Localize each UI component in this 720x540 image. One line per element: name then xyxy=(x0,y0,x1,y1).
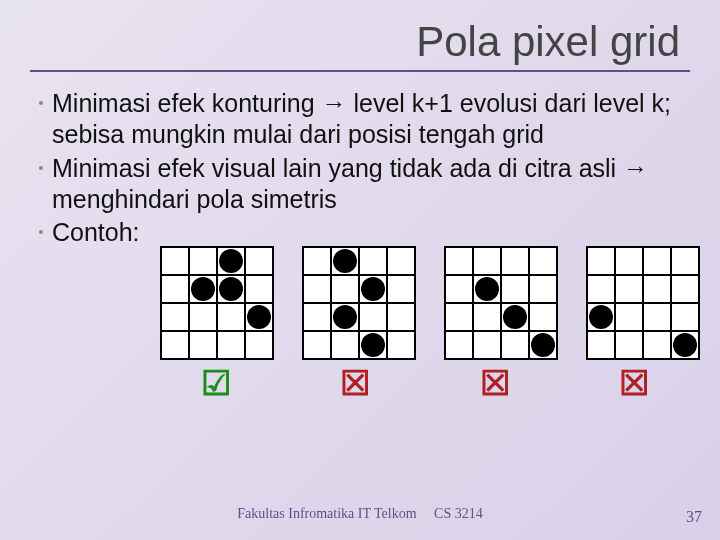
bullet-dot-icon: • xyxy=(30,88,52,151)
content-area: • Minimasi efek konturing → level k+1 ev… xyxy=(0,72,720,400)
grid-cell xyxy=(502,304,528,330)
grid-cell xyxy=(644,304,670,330)
grid-cell xyxy=(672,332,698,358)
grid-cell xyxy=(588,276,614,302)
bullet-item: • Minimasi efek konturing → level k+1 ev… xyxy=(30,88,690,151)
grid-cell xyxy=(218,276,244,302)
grid-cell xyxy=(474,276,500,302)
grid-cell xyxy=(446,248,472,274)
grid-cell xyxy=(616,304,642,330)
grid-cell xyxy=(304,248,330,274)
grid-cell xyxy=(304,332,330,358)
grid-cell xyxy=(332,276,358,302)
grid-cell xyxy=(218,304,244,330)
grid-cell xyxy=(332,304,358,330)
grid-cell xyxy=(616,332,642,358)
footer-faculty: Fakultas Infromatika IT Telkom xyxy=(237,506,416,521)
grid-cell xyxy=(672,304,698,330)
bullet-dot-icon: • xyxy=(30,217,52,248)
cross-icon: ☒ xyxy=(579,366,691,400)
grid-cell xyxy=(162,276,188,302)
bullet-dot-icon: • xyxy=(30,153,52,216)
grid-cell xyxy=(530,304,556,330)
footer: Fakultas Infromatika IT Telkom CS 3214 xyxy=(0,506,720,522)
slide-title: Pola pixel grid xyxy=(0,0,720,70)
grid-cell xyxy=(388,304,414,330)
page-number: 37 xyxy=(686,508,702,526)
grid-cell xyxy=(388,332,414,358)
grid-cell xyxy=(530,332,556,358)
grid-cell xyxy=(246,248,272,274)
grid-cell xyxy=(446,304,472,330)
grid-cell xyxy=(588,248,614,274)
grid-cell xyxy=(588,304,614,330)
grid-cell xyxy=(474,304,500,330)
grid-cell xyxy=(360,332,386,358)
grid-cell xyxy=(304,276,330,302)
grid-cell xyxy=(474,332,500,358)
pixel-grid xyxy=(160,246,274,360)
grid-cell xyxy=(190,332,216,358)
grid-cell xyxy=(360,248,386,274)
grid-cell xyxy=(388,248,414,274)
grid-cell xyxy=(190,304,216,330)
grid-cell xyxy=(246,332,272,358)
pixel-grid xyxy=(586,246,700,360)
grid-cell xyxy=(616,248,642,274)
cross-icon: ☒ xyxy=(300,366,412,400)
footer-course: CS 3214 xyxy=(434,506,483,521)
grid-cell xyxy=(502,248,528,274)
grid-cell xyxy=(644,332,670,358)
grid-cell xyxy=(218,332,244,358)
grid-cell xyxy=(304,304,330,330)
grid-cell xyxy=(616,276,642,302)
grid-cell xyxy=(446,332,472,358)
grid-cell xyxy=(190,248,216,274)
marks-row: ☑☒☒☒ xyxy=(160,366,690,400)
grid-cell xyxy=(502,332,528,358)
grid-cell xyxy=(530,248,556,274)
grid-cell xyxy=(530,276,556,302)
grid-cell xyxy=(644,248,670,274)
grid-cell xyxy=(446,276,472,302)
grid-cell xyxy=(360,276,386,302)
bullet-text: Contoh: xyxy=(52,217,140,248)
grid-cell xyxy=(644,276,670,302)
grid-cell xyxy=(588,332,614,358)
check-icon: ☑ xyxy=(160,366,272,400)
grid-cell xyxy=(246,304,272,330)
grid-cell xyxy=(502,276,528,302)
grid-cell xyxy=(162,248,188,274)
cross-icon: ☒ xyxy=(439,366,551,400)
grid-cell xyxy=(388,276,414,302)
grid-cell xyxy=(190,276,216,302)
grid-cell xyxy=(360,304,386,330)
grid-cell xyxy=(332,248,358,274)
grid-cell xyxy=(162,304,188,330)
grid-cell xyxy=(246,276,272,302)
grid-cell xyxy=(672,276,698,302)
bullet-text: Minimasi efek konturing → level k+1 evol… xyxy=(52,88,690,151)
grid-cell xyxy=(218,248,244,274)
grid-cell xyxy=(332,332,358,358)
bullet-text: Minimasi efek visual lain yang tidak ada… xyxy=(52,153,690,216)
grid-cell xyxy=(474,248,500,274)
grid-cell xyxy=(162,332,188,358)
grid-cell xyxy=(672,248,698,274)
bullet-item: • Contoh: xyxy=(30,217,690,248)
pixel-grid xyxy=(302,246,416,360)
grids-row xyxy=(160,246,690,360)
bullet-item: • Minimasi efek visual lain yang tidak a… xyxy=(30,153,690,216)
pixel-grid xyxy=(444,246,558,360)
